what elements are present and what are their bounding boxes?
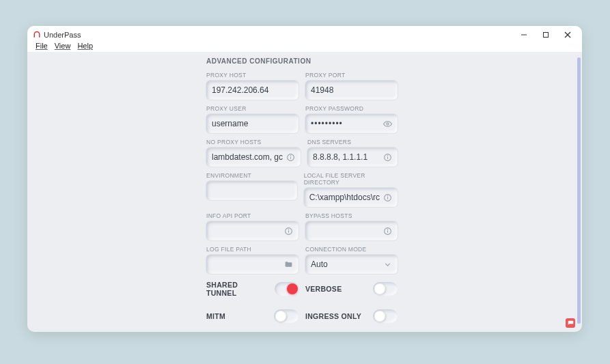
label-ingress: INGRESS ONLY	[305, 312, 361, 320]
content-area: ADVANCED CONFIGURATION PROXY HOST 197.24…	[27, 52, 582, 332]
label-environment: ENVIRONMENT	[206, 172, 297, 179]
titlebar: UnderPass	[27, 26, 582, 41]
notification-badge[interactable]	[566, 318, 575, 328]
advanced-config-form: ADVANCED CONFIGURATION PROXY HOST 197.24…	[206, 57, 398, 332]
svg-point-19	[387, 229, 388, 229]
label-proxy-password: PROXY PASSWORD	[305, 105, 398, 112]
label-proxy-user: PROXY USER	[206, 105, 299, 112]
info-icon[interactable]	[383, 226, 392, 236]
label-verbose: VERBOSE	[305, 285, 342, 293]
input-log-file[interactable]	[206, 255, 299, 274]
label-log-file: LOG FILE PATH	[206, 246, 299, 253]
input-proxy-user[interactable]: username	[206, 114, 299, 133]
input-info-api[interactable]	[206, 221, 299, 240]
label-conn-mode: CONNECTION MODE	[305, 246, 398, 253]
field-bypass-hosts: BYPASS HOSTS	[305, 212, 398, 240]
window-title: UnderPass	[44, 31, 81, 39]
input-proxy-host[interactable]: 197.242.206.64	[206, 81, 299, 100]
input-environment[interactable]	[206, 181, 297, 200]
maximize-button[interactable]	[541, 30, 551, 40]
input-dns-servers[interactable]: 8.8.8.8, 1.1.1.1	[307, 148, 398, 167]
scroll-region: ADVANCED CONFIGURATION PROXY HOST 197.24…	[27, 52, 577, 332]
info-icon[interactable]	[383, 193, 392, 202]
label-proxy-port: PROXY PORT	[305, 72, 398, 79]
menu-view[interactable]: View	[52, 42, 74, 50]
field-proxy-port: PROXY PORT 41948	[305, 72, 398, 100]
toggle-verbose-group: VERBOSE	[305, 282, 398, 296]
close-button[interactable]	[563, 30, 572, 40]
label-local-dir: LOCAL FILE SERVER DIRECTORY	[304, 172, 398, 186]
window-controls	[519, 30, 578, 40]
minimize-button[interactable]	[519, 30, 529, 40]
svg-point-7	[290, 155, 291, 156]
menu-file[interactable]: File	[33, 42, 51, 50]
app-window: UnderPass File View Help ADVANCED CONFIG…	[27, 26, 582, 332]
info-icon[interactable]	[286, 152, 295, 162]
svg-point-13	[387, 195, 388, 196]
label-mitm: MITM	[206, 312, 225, 320]
label-shared-tunnel: SHARED TUNNEL	[206, 281, 269, 297]
label-proxy-host: PROXY HOST	[206, 72, 299, 79]
scrollbar-thumb[interactable]	[577, 57, 581, 324]
input-bypass-hosts[interactable]	[305, 221, 398, 240]
toggle-mitm[interactable]	[274, 309, 299, 323]
field-no-proxy: NO PROXY HOSTS lambdatest.com, gc	[206, 139, 301, 167]
field-conn-mode: CONNECTION MODE Auto	[305, 246, 398, 274]
toggle-shared-tunnel[interactable]	[275, 282, 299, 296]
svg-rect-1	[544, 32, 549, 37]
folder-icon[interactable]	[283, 260, 293, 269]
label-dns-servers: DNS SERVERS	[307, 139, 398, 145]
app-logo-icon	[33, 31, 41, 39]
field-environment: ENVIRONMENT	[206, 172, 297, 207]
label-bypass-hosts: BYPASS HOSTS	[305, 212, 398, 219]
svg-point-4	[386, 122, 388, 124]
label-no-proxy: NO PROXY HOSTS	[206, 139, 301, 145]
toggle-ingress-group: INGRESS ONLY	[305, 309, 398, 323]
info-icon[interactable]	[283, 226, 293, 236]
field-proxy-host: PROXY HOST 197.242.206.64	[206, 72, 299, 100]
select-conn-mode[interactable]: Auto	[305, 255, 398, 274]
label-info-api: INFO API PORT	[206, 212, 299, 219]
toggle-mitm-group: MITM	[206, 309, 299, 323]
field-info-api: INFO API PORT	[206, 212, 299, 240]
chevron-down-icon	[383, 260, 392, 269]
svg-point-16	[288, 229, 289, 229]
input-proxy-port[interactable]: 41948	[305, 81, 398, 100]
input-proxy-password[interactable]: •••••••••	[305, 114, 398, 133]
info-icon[interactable]	[383, 152, 392, 162]
field-proxy-user: PROXY USER username	[206, 105, 299, 133]
input-local-dir[interactable]: C:\xampp\htdocs\rc	[304, 188, 398, 207]
toggle-ingress[interactable]	[373, 309, 398, 323]
field-log-file: LOG FILE PATH	[206, 246, 299, 274]
input-no-proxy[interactable]: lambdatest.com, gc	[206, 148, 301, 167]
menu-help[interactable]: Help	[74, 42, 96, 50]
menubar: File View Help	[27, 41, 582, 52]
section-title: ADVANCED CONFIGURATION	[206, 57, 398, 65]
eye-icon[interactable]	[383, 119, 392, 128]
field-local-dir: LOCAL FILE SERVER DIRECTORY C:\xampp\htd…	[304, 172, 398, 207]
toggle-verbose[interactable]	[373, 282, 398, 296]
field-dns-servers: DNS SERVERS 8.8.8.8, 1.1.1.1	[307, 139, 398, 167]
svg-point-10	[387, 155, 388, 156]
field-proxy-password: PROXY PASSWORD •••••••••	[305, 105, 398, 133]
toggle-shared-tunnel-group: SHARED TUNNEL	[206, 281, 299, 297]
